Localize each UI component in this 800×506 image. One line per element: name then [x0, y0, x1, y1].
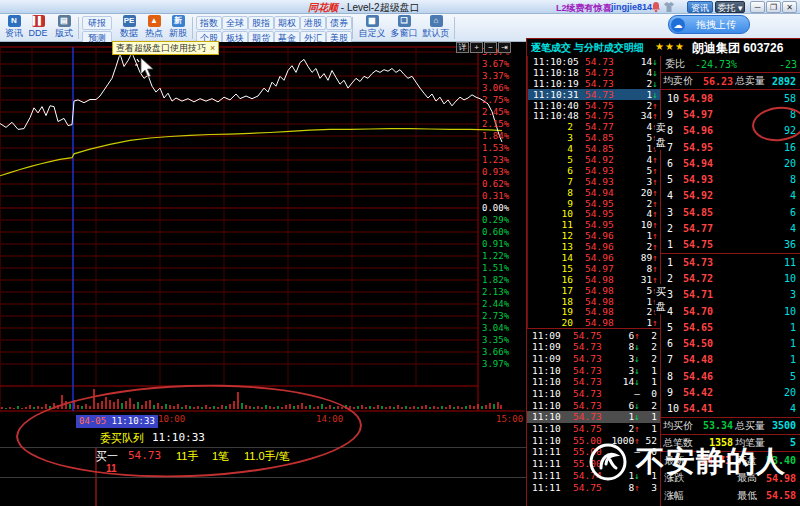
toolbar-item-外汇[interactable]: 港股外汇	[300, 15, 326, 41]
minute-detail-row[interactable]: 11:1054.733↓1	[527, 364, 660, 376]
tick-row[interactable]: 454.851↑	[528, 143, 660, 154]
tick-row[interactable]: 354.855↑	[528, 132, 660, 143]
tick-by-tick-list[interactable]: 11:10:0554.7314↓11:10:1854.734↓11:10:195…	[527, 56, 660, 329]
sell-level-row-6[interactable]: 654.9420	[661, 155, 800, 171]
minute-detail-row[interactable]: 11:1054.7314↓1	[527, 376, 660, 388]
toolbar-item-自定义[interactable]: ▦自定义	[356, 15, 388, 41]
tick-row[interactable]: 654.935↑	[528, 165, 660, 176]
sell-level-row-8[interactable]: 854.9692	[661, 123, 800, 139]
close-button[interactable]: ✕	[782, 1, 797, 13]
toolbar-label[interactable]: 期权	[274, 16, 300, 30]
toolbar-item-默认页[interactable]: ⌂默认页	[420, 15, 452, 41]
tick-row[interactable]: 754.933↑	[528, 176, 660, 187]
news-tab-button[interactable]: 资讯	[687, 1, 713, 13]
toolbar-item-DDE[interactable]: ▌▌DDE	[26, 15, 50, 41]
buy-level-row-4[interactable]: 454.7010	[661, 303, 800, 319]
buy-level-row-6[interactable]: 654.501	[661, 335, 800, 351]
buy-level-row-2[interactable]: 254.7210	[661, 270, 800, 286]
minimize-button[interactable]: ─	[750, 1, 765, 13]
tick-row[interactable]: 1654.9831↑	[528, 274, 660, 285]
tick-row[interactable]: 554.924↑	[528, 154, 660, 165]
minute-detail-row[interactable]: 11:0954.738↓2	[527, 341, 660, 353]
shirt-icon[interactable]	[663, 1, 675, 13]
toolbar-label[interactable]: 债券	[326, 16, 352, 30]
buy-level-row-5[interactable]: 554.651	[661, 319, 800, 335]
tick-row[interactable]: 954.952↑	[528, 198, 660, 209]
minute-detail-row[interactable]: 11:1054.731↓1	[527, 411, 660, 423]
tick-row[interactable]: 1854.981↑	[528, 296, 660, 307]
chart-control-button[interactable]: +	[470, 42, 483, 53]
tick-row[interactable]: 254.774↑	[528, 121, 660, 132]
toolbar-label[interactable]: 研报	[82, 16, 112, 30]
tick-row[interactable]: 1054.954↑	[528, 208, 660, 219]
chart-control-button[interactable]: −	[484, 42, 497, 53]
toolbar-item-板块[interactable]: 全球板块	[222, 15, 248, 41]
sell-level-row-4[interactable]: 454.924	[661, 188, 800, 204]
buy-level-row-8[interactable]: 854.465	[661, 368, 800, 384]
tick-row[interactable]: 1554.978↑	[528, 263, 660, 274]
buy-levels[interactable]: 154.7311254.7210354.713454.7010554.65165…	[661, 254, 800, 418]
minute-detail-row[interactable]: 11:1054.736↓2	[527, 399, 660, 411]
minute-detail-row[interactable]: 11:1054.752↑1	[527, 423, 660, 435]
minute-detail-row[interactable]: 11:1154.758↑3	[527, 481, 660, 493]
tick-row[interactable]: 11:10:1854.734↓	[528, 67, 660, 78]
buy-level-row-10[interactable]: 1054.414	[661, 401, 800, 417]
sell-level-row-1[interactable]: 154.7536	[661, 237, 800, 253]
toolbar-item-数据[interactable]: PE数据	[116, 15, 142, 41]
chart-control-button[interactable]: ⇥	[498, 42, 511, 53]
avg-buy-label: 均买价	[661, 419, 693, 433]
toolbar-item-预测[interactable]: 研报预测	[82, 15, 112, 41]
tooltip-close-icon[interactable]: ×	[210, 43, 215, 53]
toolbar-item-资讯[interactable]: N资讯	[2, 15, 26, 41]
toolbar-item-基金[interactable]: 期权基金	[274, 15, 300, 41]
toolbar-label[interactable]: 全球	[222, 16, 248, 30]
tick-row[interactable]: 1354.962↑	[528, 241, 660, 252]
sell-level-row-2[interactable]: 254.774	[661, 220, 800, 236]
tick-row[interactable]: 11:10:1954.732↓	[528, 78, 660, 89]
tick-row[interactable]: 1154.9510↑	[528, 219, 660, 230]
tick-row[interactable]: 11:10:4054.752↑	[528, 100, 660, 111]
buy-level-row-7[interactable]: 754.481	[661, 352, 800, 368]
tick-row[interactable]: 1954.982↑	[528, 306, 660, 317]
username-label[interactable]: jingjie814	[611, 2, 652, 12]
toolbar-item-新股[interactable]: 新新股	[166, 15, 190, 41]
maximize-button[interactable]: ❐	[766, 1, 781, 13]
sell-level-row-9[interactable]: 954.978	[661, 106, 800, 122]
tick-row[interactable]: 11:10:0554.7314↓	[528, 56, 660, 67]
sell-level-row-7[interactable]: 754.9516	[661, 139, 800, 155]
drag-upload-button[interactable]: ☁ 拖拽上传	[668, 15, 750, 34]
buy-level-row-1[interactable]: 154.7311	[661, 254, 800, 270]
minute-detail-row[interactable]: 11:1054.73—0	[527, 388, 660, 400]
toolbar-label[interactable]: 港股	[300, 16, 326, 30]
stock-name-code[interactable]: 朗迪集团 603726	[692, 40, 783, 57]
tick-row[interactable]: 1454.9689↑	[528, 252, 660, 263]
buy-level-row-3[interactable]: 354.713	[661, 287, 800, 303]
chart-control-button[interactable]: 详	[456, 42, 469, 53]
tick-row[interactable]: 854.9420↑	[528, 187, 660, 198]
intraday-chart[interactable]	[0, 42, 526, 506]
minute-detail-row[interactable]: 11:0954.733↓2	[527, 353, 660, 365]
toolbar-item-期货[interactable]: 股指期货	[248, 15, 274, 41]
toolbar-item-多窗口[interactable]: ❏多窗口	[388, 15, 420, 41]
total-sell-label: 总卖量	[733, 74, 765, 88]
tick-row[interactable]: 2054.981↑	[528, 317, 660, 328]
sell-levels[interactable]: 1054.9858954.978854.9692754.9516654.9420…	[661, 90, 800, 254]
sell-level-row-10[interactable]: 1054.9858	[661, 90, 800, 106]
toolbar-item-美股[interactable]: 债券美股	[326, 15, 352, 41]
toolbar-label[interactable]: 指数	[196, 16, 222, 30]
toolbar-item-个股[interactable]: 指数个股	[196, 15, 222, 41]
sell-level-row-5[interactable]: 554.938	[661, 171, 800, 187]
tick-row[interactable]: 1254.961↑	[528, 230, 660, 241]
toolbar-separator	[352, 17, 353, 39]
bell-icon[interactable]	[650, 1, 662, 13]
minute-detail-row[interactable]: 11:0954.756↑2	[527, 329, 660, 341]
sell-level-row-3[interactable]: 354.856	[661, 204, 800, 220]
trade-button[interactable]: 委托 ▾	[715, 1, 745, 13]
tick-row[interactable]: 1754.985↑	[528, 285, 660, 296]
tick-row[interactable]: 11:10:4854.7534↑	[528, 110, 660, 121]
tick-row[interactable]: 11:10:3154.731↓	[528, 89, 660, 100]
toolbar-label[interactable]: 股指	[248, 16, 274, 30]
buy-level-row-9[interactable]: 954.4220	[661, 384, 800, 400]
toolbar-item-版式[interactable]: ▤版式	[50, 15, 78, 41]
toolbar-item-热点[interactable]: ▲热点	[142, 15, 166, 41]
